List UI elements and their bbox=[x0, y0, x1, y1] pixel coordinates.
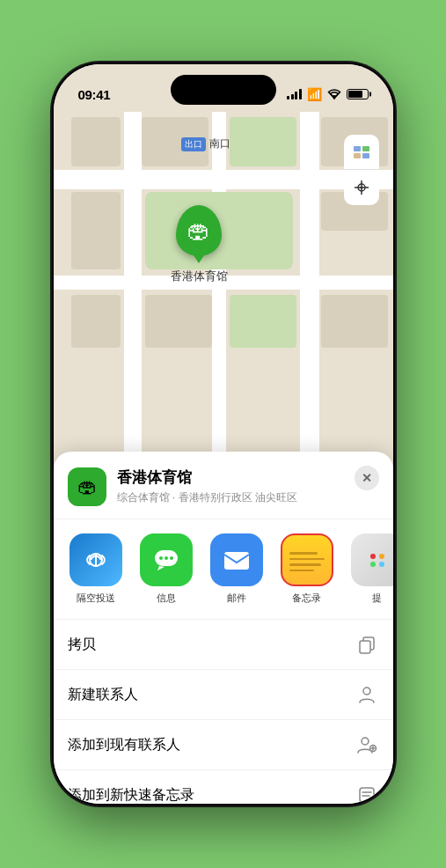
svg-rect-18 bbox=[360, 788, 374, 802]
dynamic-island bbox=[171, 75, 276, 105]
bottom-sheet: 🏟 香港体育馆 综合体育馆 · 香港特别行政区 油尖旺区 ✕ bbox=[54, 452, 393, 804]
svg-rect-14 bbox=[360, 641, 370, 653]
close-button[interactable]: ✕ bbox=[355, 466, 379, 490]
share-airdrop[interactable]: 隔空投送 bbox=[64, 533, 128, 605]
svg-point-10 bbox=[165, 556, 168, 560]
action-quick-note-label: 添加到新快速备忘录 bbox=[68, 786, 194, 805]
messages-label: 信息 bbox=[157, 592, 176, 605]
airdrop-icon bbox=[69, 533, 122, 586]
share-row: 隔空投送 信息 bbox=[54, 519, 393, 620]
wifi-icon: 📶 bbox=[307, 87, 322, 101]
messages-icon bbox=[140, 533, 193, 586]
svg-rect-3 bbox=[354, 153, 361, 158]
mail-icon bbox=[210, 533, 263, 586]
action-new-contact[interactable]: 新建联系人 bbox=[54, 670, 393, 720]
action-new-contact-label: 新建联系人 bbox=[68, 686, 138, 704]
notes-lines-decoration bbox=[282, 543, 332, 577]
stadium-pin-icon: 🏟 bbox=[187, 219, 210, 242]
map-area[interactable]: 出口 南口 bbox=[54, 64, 393, 487]
svg-point-16 bbox=[362, 738, 369, 745]
notes-icon bbox=[281, 533, 333, 586]
action-copy-label: 拷贝 bbox=[68, 636, 96, 654]
svg-rect-2 bbox=[362, 146, 369, 151]
svg-point-11 bbox=[170, 556, 173, 560]
svg-point-6 bbox=[360, 187, 362, 189]
action-list: 拷贝 新建联系人 bbox=[54, 620, 393, 804]
stadium-pin: 🏟 bbox=[176, 205, 222, 256]
location-info: 香港体育馆 综合体育馆 · 香港特别行政区 油尖旺区 bbox=[117, 467, 379, 505]
map-type-button[interactable] bbox=[344, 135, 379, 170]
svg-point-15 bbox=[363, 688, 370, 695]
notes-label: 备忘录 bbox=[292, 592, 321, 605]
copy-icon bbox=[355, 632, 379, 657]
action-add-quick-note[interactable]: 添加到新快速备忘录 bbox=[54, 770, 393, 804]
location-subtitle: 综合体育馆 · 香港特别行政区 油尖旺区 bbox=[117, 490, 379, 505]
more-icon bbox=[351, 533, 393, 586]
mail-label: 邮件 bbox=[227, 592, 246, 605]
svg-point-0 bbox=[333, 97, 334, 99]
stadium-marker: 🏟 香港体育馆 bbox=[171, 205, 228, 284]
stadium-marker-label: 香港体育馆 bbox=[171, 268, 228, 284]
wifi-icon bbox=[327, 89, 341, 99]
svg-rect-12 bbox=[224, 552, 249, 570]
person-icon bbox=[355, 682, 379, 707]
action-copy[interactable]: 拷贝 bbox=[54, 620, 393, 670]
map-nankou-text: 南口 bbox=[209, 136, 230, 151]
share-notes[interactable]: 备忘录 bbox=[275, 533, 339, 605]
svg-rect-1 bbox=[354, 146, 361, 151]
share-more[interactable]: 提 bbox=[346, 533, 393, 605]
battery-icon bbox=[347, 89, 369, 99]
more-label: 提 bbox=[372, 592, 382, 605]
map-controls bbox=[344, 135, 379, 205]
status-time: 09:41 bbox=[78, 87, 111, 102]
location-venue-icon: 🏟 bbox=[68, 467, 106, 506]
more-bottom-dots bbox=[370, 562, 384, 567]
share-mail[interactable]: 邮件 bbox=[205, 533, 268, 605]
airdrop-label: 隔空投送 bbox=[77, 592, 115, 605]
phone-screen: 09:41 📶 bbox=[54, 64, 393, 804]
location-button[interactable] bbox=[344, 170, 379, 205]
person-add-icon bbox=[355, 732, 379, 757]
svg-rect-4 bbox=[362, 153, 369, 158]
status-icons: 📶 bbox=[287, 87, 369, 101]
phone-frame: 09:41 📶 bbox=[52, 63, 395, 805]
action-add-contact-label: 添加到现有联系人 bbox=[68, 736, 180, 754]
svg-point-9 bbox=[159, 556, 163, 560]
signal-icon bbox=[287, 89, 302, 99]
share-messages[interactable]: 信息 bbox=[135, 533, 198, 605]
map-label-nankou: 出口 南口 bbox=[181, 136, 230, 151]
location-header: 🏟 香港体育馆 综合体育馆 · 香港特别行政区 油尖旺区 ✕ bbox=[54, 452, 393, 519]
location-name: 香港体育馆 bbox=[117, 467, 379, 488]
map-exit-tag: 出口 bbox=[181, 137, 206, 151]
memo-icon bbox=[355, 783, 379, 804]
more-top-dots bbox=[370, 554, 384, 559]
action-add-existing-contact[interactable]: 添加到现有联系人 bbox=[54, 720, 393, 770]
